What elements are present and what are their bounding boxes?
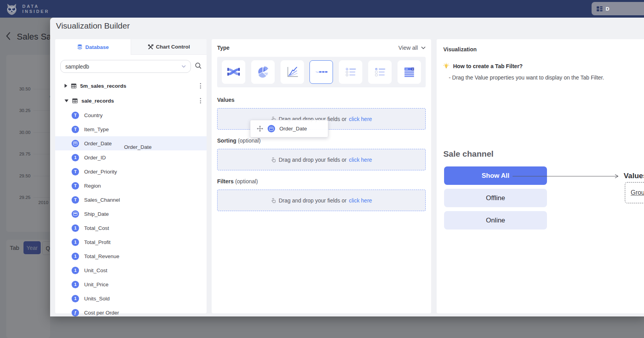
app-header: DATAINSIDER D <box>0 0 644 18</box>
type-label: Type <box>217 45 230 51</box>
field-item-region[interactable]: T Region <box>55 179 207 193</box>
chart-type-checkbox-list[interactable] <box>368 60 392 84</box>
chart-type-sankey[interactable] <box>222 60 245 84</box>
chevron-down-icon <box>182 65 186 68</box>
tab-chart-control[interactable]: Chart Control <box>131 39 207 55</box>
chart-type-dropdown-list[interactable] <box>398 60 421 84</box>
chart-type-line[interactable] <box>281 60 304 84</box>
caret-right-icon[interactable] <box>65 84 67 88</box>
field-item-ship-date[interactable]: Ship_Date <box>55 207 207 221</box>
chart-type-strip: Tab <box>217 57 426 87</box>
field-item-order-priority[interactable]: T Order_Priority <box>55 164 207 179</box>
number-field-icon: 1 <box>72 224 79 232</box>
filters-section-label: Filters (optional) <box>217 178 426 184</box>
field-list: T Country T Item_Type Order_Date 1 Order… <box>55 108 207 320</box>
database-panel: Database Chart Control sampledb <box>55 39 207 313</box>
chart-type-tab-filter[interactable]: Tab <box>309 60 333 84</box>
number-field-icon: 1 <box>72 281 79 288</box>
filters-dropzone[interactable]: Drag and drop your fields or click here <box>217 190 426 211</box>
text-field-icon: T <box>72 126 79 133</box>
number-field-icon: 1 <box>72 239 79 246</box>
kebab-menu-icon[interactable] <box>198 96 203 105</box>
visualization-panel: Visualization How to create a Tab Filter… <box>437 39 644 313</box>
annotation-group-link[interactable]: Group <box>631 189 644 196</box>
field-item-order-id[interactable]: 1 Order_ID <box>55 150 207 164</box>
sorting-dropzone[interactable]: Drag and drop your fields or click here <box>217 149 426 170</box>
annotation-group-box: Group <box>625 182 644 203</box>
preview-option-offline[interactable]: Offline <box>444 189 547 207</box>
tab-database[interactable]: Database <box>55 39 131 55</box>
view-all-dropdown[interactable]: View all <box>398 45 426 51</box>
chevron-down-icon <box>421 46 426 49</box>
text-field-icon: T <box>72 196 79 204</box>
field-item-total-profit[interactable]: 1 Total_Profit <box>55 235 207 249</box>
brand-name: DATAINSIDER <box>22 4 49 14</box>
table-row-sale-records[interactable]: sale_records <box>55 93 207 108</box>
dragged-field-chip[interactable]: Order_Date <box>250 120 328 137</box>
screen: Sales Sa 30.5030.2530.0029.7529.5029.25 … <box>0 0 644 338</box>
lightbulb-icon <box>443 63 450 69</box>
visualization-heading: Visualization <box>443 46 644 52</box>
tip-body: - Drag the Value properties you want to … <box>449 74 644 81</box>
table-row-5m-sales-records[interactable]: 5m_sales_records <box>55 78 207 93</box>
svg-text:Tab: Tab <box>316 71 319 73</box>
caret-down-icon[interactable] <box>65 99 68 102</box>
database-select[interactable]: sampledb <box>60 60 191 73</box>
field-item-total-revenue[interactable]: 1 Total_Revenue <box>55 249 207 263</box>
table-icon <box>71 83 77 89</box>
chip-field-name: Order_Date <box>279 126 307 132</box>
date-field-icon <box>268 125 275 132</box>
date-field-icon <box>72 210 79 218</box>
values-section-label: Values <box>217 97 426 103</box>
text-field-icon: T <box>72 112 79 119</box>
dashboard-icon <box>596 5 603 12</box>
dashboard-button[interactable]: D <box>592 2 644 15</box>
field-item-unit-price[interactable]: 1 Unit_Price <box>55 277 207 291</box>
chart-type-radio-list[interactable] <box>339 60 362 84</box>
sorting-section-label: Sorting (optional) <box>217 137 426 144</box>
annotation-values-heading: Values <box>624 172 644 180</box>
drag-ghost-label: Order_Date <box>124 144 152 150</box>
text-field-icon: T <box>72 168 79 175</box>
kebab-menu-icon[interactable] <box>198 81 203 90</box>
dropzone-click-here-link[interactable]: click here <box>349 197 372 204</box>
field-item-units-sold[interactable]: 1 Units_Sold <box>55 291 207 305</box>
dropzone-click-here-link[interactable]: click here <box>349 157 372 163</box>
annotation-arrow <box>512 173 621 179</box>
dropzone-click-here-link[interactable]: click here <box>349 116 372 122</box>
owl-logo-icon <box>5 2 18 16</box>
dropzone-text: Drag and drop your fields or <box>279 157 347 163</box>
text-field-icon: T <box>72 182 79 190</box>
search-icon[interactable] <box>194 62 202 71</box>
modal-title: Visualization Builder <box>56 21 130 31</box>
visualization-builder-modal: Visualization Builder Database <box>50 18 644 316</box>
field-tree: 5m_sales_records sale_records T Country <box>55 78 207 320</box>
tip-title: How to create a Tab Filter? <box>453 63 523 69</box>
number-field-icon: 1 <box>72 267 79 274</box>
field-item-unit-cost[interactable]: 1 Unit_Cost <box>55 263 207 277</box>
formula-field-icon: ƒ <box>72 309 79 316</box>
date-field-icon <box>72 140 79 147</box>
drag-hand-icon <box>271 198 276 203</box>
field-item-cost-per-order[interactable]: ƒ Cost per Order <box>55 305 207 320</box>
preview-option-online[interactable]: Online <box>444 211 547 230</box>
dropzone-text: Drag and drop your fields or <box>279 197 347 204</box>
field-item-total-cost[interactable]: 1 Total_Cost <box>55 221 207 235</box>
tools-icon <box>148 44 153 50</box>
number-field-icon: 1 <box>72 253 79 260</box>
table-icon <box>72 98 78 104</box>
field-item-country[interactable]: T Country <box>55 108 207 122</box>
drag-hand-icon <box>271 157 276 163</box>
builder-panel: Type View all <box>212 39 431 313</box>
chart-type-pie[interactable] <box>251 60 275 84</box>
database-icon <box>77 44 83 50</box>
number-field-icon: 1 <box>72 295 79 302</box>
preview-title: Sale channel <box>443 149 493 159</box>
field-item-sales-channel[interactable]: T Sales_Channel <box>55 193 207 207</box>
number-field-icon: 1 <box>72 154 79 161</box>
field-item-item-type[interactable]: T Item_Type <box>55 122 207 136</box>
move-icon <box>257 125 263 132</box>
